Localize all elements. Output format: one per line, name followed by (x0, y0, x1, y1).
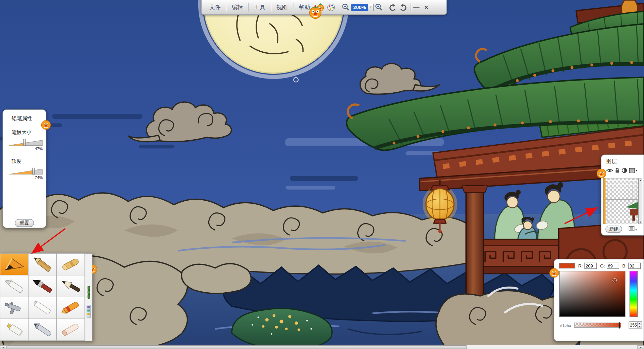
green-label: G: (600, 263, 605, 268)
alpha-value-input[interactable] (629, 322, 638, 328)
brush-crayon[interactable] (57, 254, 85, 276)
brush-paint-tube[interactable] (0, 319, 29, 341)
brush-airbrush[interactable] (0, 297, 29, 319)
layer-thumbnail-3[interactable] (605, 221, 638, 224)
layer-lock-icon[interactable] (615, 168, 620, 173)
divider (226, 3, 226, 11)
mascot-clown-handle[interactable] (308, 5, 322, 19)
new-layer-button[interactable]: 新建 (605, 226, 622, 233)
scrollbar-thumb[interactable] (7, 345, 467, 349)
divider (248, 3, 249, 11)
red-label: R: (578, 263, 583, 268)
brush-pencil-nib[interactable] (0, 254, 29, 276)
softness-value: 74% (9, 175, 43, 180)
chevron-down-icon: ▼ (635, 229, 637, 231)
color-picker-panel: R: G: B: Alpha ▲ ▼ (554, 259, 644, 341)
layer-thumbnail-2[interactable] (605, 200, 638, 221)
redo-button[interactable] (398, 2, 408, 13)
scroll-down-icon[interactable]: ▼ (639, 221, 641, 223)
close-button[interactable]: × (421, 2, 431, 13)
layer-visibility-eye-icon[interactable] (606, 168, 613, 172)
zoom-level-input[interactable]: 200% (351, 3, 368, 11)
reset-button[interactable]: 重置 (15, 219, 34, 227)
scroll-up-icon[interactable]: ▲ (639, 179, 641, 181)
zoom-dropdown-button[interactable]: ▼ (368, 3, 374, 11)
color-collapse-clown-tab[interactable] (549, 267, 559, 278)
layers-panel-title: 图层 (606, 158, 644, 165)
scroll-left-button[interactable]: ◀ (0, 345, 7, 349)
saturation-value-field[interactable] (559, 271, 625, 317)
spin-up-icon[interactable]: ▲ (638, 322, 641, 325)
scrollbar-track[interactable] (7, 345, 638, 349)
menu-view[interactable]: 视图 (271, 0, 292, 14)
brush-wax-crayon[interactable] (57, 297, 85, 319)
red-value-input[interactable] (584, 263, 597, 269)
brush-size-slider[interactable] (9, 139, 43, 146)
green-value-input[interactable] (606, 263, 619, 269)
spin-down-icon[interactable]: ▼ (638, 325, 641, 328)
brush-ink-brush[interactable] (57, 276, 85, 297)
wax-crayon-icon (58, 299, 83, 317)
metal-pencil-icon (30, 320, 55, 339)
brush-size-value: 47% (9, 146, 43, 151)
alpha-label: Alpha (560, 324, 571, 328)
crayon-icon (58, 255, 83, 273)
color-cursor[interactable] (612, 278, 616, 282)
layers-panel: 图层 ▼ ▲ ▼ 新建 ▼ (601, 155, 644, 236)
paint-tube-icon (2, 320, 27, 339)
layer-options-menu-icon[interactable]: ▼ (629, 168, 638, 173)
alpha-slider[interactable] (574, 323, 621, 328)
zoom-out-button[interactable] (341, 2, 351, 13)
layer-blend-contrast-icon[interactable] (622, 168, 627, 173)
chalk-icon (30, 299, 55, 317)
layer-thumbnail-1[interactable] (605, 179, 638, 200)
softness-label: 软度 (12, 158, 46, 165)
paint-brush-icon (30, 277, 55, 295)
pencil-icon (30, 255, 55, 273)
ink-brush-icon (58, 277, 83, 295)
brush-metal-pencil[interactable] (29, 319, 57, 341)
panel-title: 铅笔属性 (12, 115, 46, 122)
chevron-down-icon: ▼ (370, 6, 372, 8)
brush-grid (0, 253, 85, 341)
zoom-in-button[interactable] (374, 2, 384, 13)
texture-brush-icon[interactable] (86, 305, 91, 319)
brush-chisel-marker[interactable] (0, 276, 29, 297)
pencil-nib-icon (2, 255, 27, 273)
scroll-right-button[interactable]: ▶ (637, 345, 644, 349)
menu-file[interactable]: 文件 (205, 0, 226, 14)
hue-strip[interactable] (630, 271, 638, 317)
layers-collapse-clown-tab[interactable] (596, 168, 606, 179)
brush-eraser-stick[interactable] (57, 319, 85, 341)
divider (411, 3, 411, 11)
minimize-button[interactable]: — (412, 2, 422, 13)
toolbar: 文件 编辑 工具 视图 帮助 200% ▼ — × (201, 0, 447, 15)
scroll-right-icon: ▶ (640, 346, 642, 349)
undo-button[interactable] (387, 2, 398, 13)
brush-pencil[interactable] (29, 254, 57, 276)
layers-menu-icon[interactable]: ▼ (629, 225, 637, 233)
alpha-spinbox: ▲ ▼ (629, 321, 642, 329)
chevron-down-icon: ▼ (635, 169, 638, 171)
layer-list-scrollbar[interactable]: ▲ ▼ (639, 178, 642, 224)
brush-sub-palette (85, 253, 92, 341)
brush-size-slider-thumb[interactable] (23, 139, 25, 146)
palette-icon[interactable] (327, 3, 335, 11)
brush-chalk[interactable] (29, 297, 57, 319)
layer-list (605, 178, 639, 224)
app-window: 文件 编辑 工具 视图 帮助 200% ▼ — × 铅笔属性 笔触大小 47% … (0, 0, 644, 349)
bamboo-brush-icon[interactable] (86, 286, 91, 300)
canvas[interactable] (0, 0, 644, 349)
blue-value-input[interactable] (628, 263, 641, 269)
softness-slider[interactable] (9, 168, 43, 175)
airbrush-icon (2, 299, 27, 317)
divider (271, 3, 271, 11)
menu-edit[interactable]: 编辑 (227, 0, 248, 14)
brush-paint-brush[interactable] (29, 276, 57, 297)
alpha-slider-handle[interactable] (619, 322, 620, 328)
brush-palette (0, 253, 92, 341)
horizontal-scrollbar[interactable]: ◀ ▶ (0, 345, 644, 349)
softness-slider-thumb[interactable] (32, 168, 35, 175)
layer-artwork-preview (624, 200, 638, 221)
menu-tools[interactable]: 工具 (249, 0, 270, 14)
